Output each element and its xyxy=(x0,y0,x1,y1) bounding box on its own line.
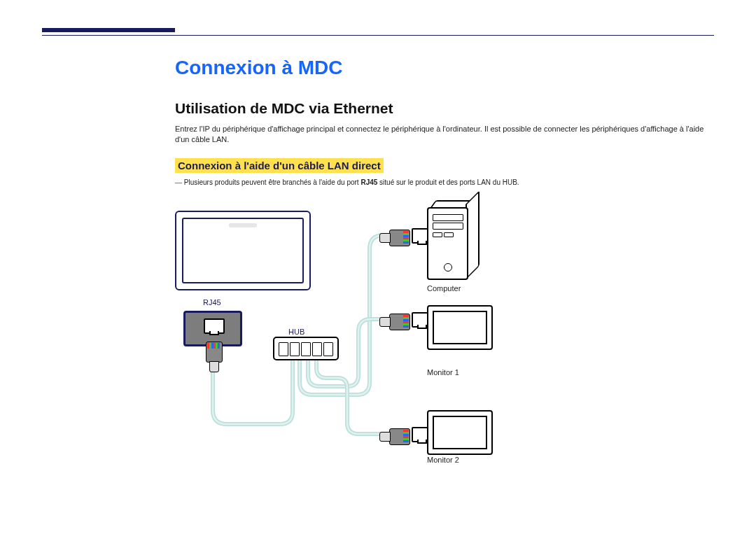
note-prefix: ― xyxy=(175,178,182,186)
connection-diagram: RJ45 HUB xyxy=(175,200,679,494)
monitor1-icon xyxy=(427,305,493,350)
section-title: Utilisation de MDC via Ethernet xyxy=(175,100,714,117)
monitor1-label: Monitor 1 xyxy=(427,368,459,377)
monitor2-icon xyxy=(427,410,493,455)
rj45-plug-icon xyxy=(381,227,410,248)
rj45-plug-icon xyxy=(381,311,410,332)
note-text-after: situé sur le produit et des ports LAN du… xyxy=(377,178,519,186)
rj45-plug-icon xyxy=(203,342,224,371)
page: Connexion à MDC Utilisation de MDC via E… xyxy=(0,0,756,515)
content-area: Connexion à MDC Utilisation de MDC via E… xyxy=(175,57,714,494)
intro-text: Entrez l'IP du périphérique d'affichage … xyxy=(175,124,714,146)
page-title: Connexion à MDC xyxy=(175,57,714,79)
computer-tower-icon xyxy=(427,200,479,277)
computer-label: Computer xyxy=(427,284,461,293)
monitor2-label: Monitor 2 xyxy=(427,456,459,464)
note-text-before: Plusieurs produits peuvent être branchés… xyxy=(184,178,361,186)
note-strong: RJ45 xyxy=(360,178,377,186)
hub-label: HUB xyxy=(288,328,304,336)
note-line: ― Plusieurs produits peuvent être branch… xyxy=(175,178,714,186)
hub-icon xyxy=(273,337,339,360)
display-front-icon xyxy=(175,211,311,290)
header-accent-bar xyxy=(42,28,175,32)
header-rule xyxy=(42,35,714,36)
rj45-plug-icon xyxy=(381,426,410,447)
rj45-label: RJ45 xyxy=(203,298,221,307)
highlight-heading: Connexion à l'aide d'un câble LAN direct xyxy=(175,158,384,173)
